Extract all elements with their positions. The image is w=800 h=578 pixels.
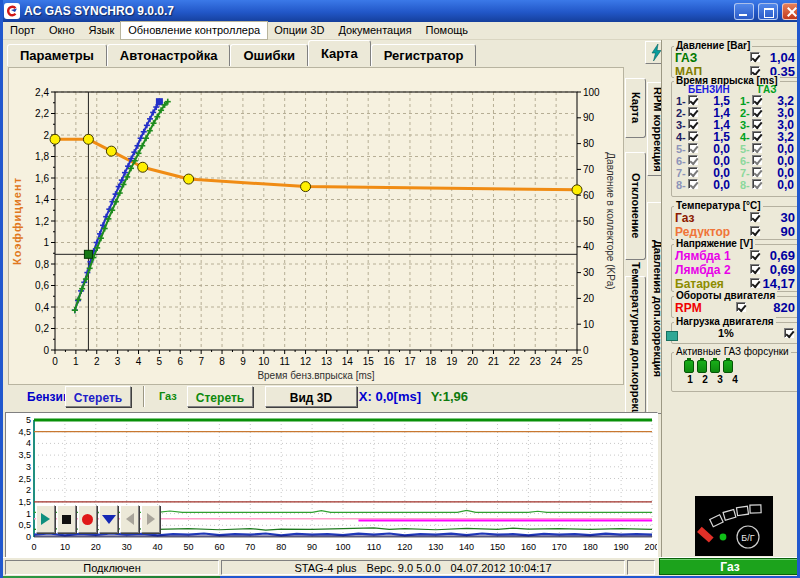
svg-text:110: 110 [367, 542, 381, 552]
play-button[interactable] [36, 505, 55, 533]
down-icon [102, 515, 116, 524]
restore-button[interactable] [758, 3, 778, 20]
svg-text:2: 2 [94, 356, 100, 367]
benzin-row-checkbox[interactable] [688, 95, 698, 105]
map-chart[interactable]: 00,20,40,60,811,21,41,61,822,22,40123456… [8, 67, 624, 385]
svg-text:17: 17 [404, 356, 416, 367]
next-icon [147, 513, 155, 525]
row-checkbox[interactable] [750, 52, 760, 62]
row-checkbox[interactable] [750, 250, 760, 260]
prev-button[interactable] [120, 505, 139, 533]
stop-button[interactable] [57, 505, 76, 533]
gaz-row-checkbox[interactable] [752, 155, 762, 165]
side-tab-Отклонение[interactable]: Отклонение [625, 152, 646, 260]
gaz-row-checkbox[interactable] [752, 167, 762, 177]
row-checkbox[interactable] [750, 212, 760, 222]
tab-Автонастройка[interactable]: Автонастройка [107, 44, 231, 66]
svg-text:150: 150 [490, 542, 505, 552]
svg-text:Давление в коллекторе (KPa): Давление в коллекторе (KPa) [605, 152, 616, 289]
svg-text:6: 6 [177, 356, 183, 367]
row-checkbox[interactable] [736, 302, 746, 312]
menu-bar: ПортОкноЯзыкОбновление контроллераОпции … [3, 22, 797, 40]
divider [143, 386, 145, 407]
svg-text:1: 1 [73, 356, 79, 367]
menu-item-Порт[interactable]: Порт [3, 22, 42, 39]
gaz-row-checkbox[interactable] [752, 119, 762, 129]
row-checkbox[interactable] [750, 264, 760, 274]
menu-item-Опции 3D[interactable]: Опции 3D [267, 22, 331, 39]
svg-text:0,5: 0,5 [18, 520, 31, 530]
gas-injector-icon [723, 360, 733, 373]
svg-text:200: 200 [644, 542, 657, 552]
svg-text:1,4: 1,4 [35, 194, 49, 205]
clear-gaz-button[interactable]: Стереть [187, 386, 253, 407]
benzin-row-number: 4- [676, 131, 686, 143]
temperature-group-title: Температура [°C] [674, 200, 763, 211]
side-tab-Карта[interactable]: Карта [625, 78, 646, 138]
benzin-row-checkbox[interactable] [688, 107, 698, 117]
row-checkbox[interactable] [750, 226, 760, 236]
cursor-readout: X: 0,0[ms] Y:1,96 [359, 389, 468, 404]
record-button[interactable] [78, 505, 97, 533]
menu-item-Окно[interactable]: Окно [42, 22, 82, 39]
gaz-row-checkbox[interactable] [752, 107, 762, 117]
svg-text:15: 15 [363, 356, 375, 367]
svg-text:0: 0 [43, 345, 49, 356]
tab-Регистратор[interactable]: Регистратор [371, 44, 477, 66]
svg-text:12: 12 [300, 356, 312, 367]
gaz-row-number: 1- [740, 95, 750, 107]
benzin-row-checkbox[interactable] [688, 131, 698, 141]
row-checkbox[interactable] [750, 278, 760, 288]
tab-Ошибки[interactable]: Ошибки [230, 44, 307, 66]
fuel-mode-banner[interactable]: Газ [659, 558, 800, 575]
menu-item-Язык[interactable]: Язык [82, 22, 122, 39]
benzin-row-checkbox[interactable] [688, 119, 698, 129]
menu-item-Обновление контроллера[interactable]: Обновление контроллера [121, 22, 267, 39]
gaz-row-checkbox[interactable] [752, 131, 762, 141]
down-button[interactable] [99, 505, 118, 533]
row-value: 1,04 [770, 50, 795, 65]
row-value: 30 [781, 210, 795, 225]
telemetry-row: RPM820 [674, 301, 796, 314]
row-value: 0,69 [770, 262, 795, 277]
close-button[interactable] [782, 3, 800, 20]
gaz-row-number: 7- [740, 167, 750, 179]
svg-text:0: 0 [583, 345, 589, 356]
device-status: STAG-4 plus Верс. 9.0 5.0.0 04.07.2012 1… [221, 560, 625, 575]
svg-text:4: 4 [136, 356, 142, 367]
svg-text:20: 20 [91, 542, 101, 552]
svg-text:0: 0 [31, 542, 36, 552]
minimize-button[interactable] [734, 3, 754, 20]
benzin-row-checkbox[interactable] [688, 179, 698, 189]
svg-text:8: 8 [219, 356, 225, 367]
row-value: 820 [773, 300, 795, 315]
svg-text:20: 20 [583, 293, 595, 304]
benzin-row-checkbox[interactable] [688, 143, 698, 153]
gaz-row-checkbox[interactable] [752, 143, 762, 153]
svg-text:23: 23 [530, 356, 542, 367]
gaz-row-number: 3- [740, 119, 750, 131]
telemetry-panel: Давление [Bar] ГАЗ1,04МАП0,35 Время впры… [661, 40, 800, 557]
benzin-row-checkbox[interactable] [688, 155, 698, 165]
tab-Карта[interactable]: Карта [308, 40, 371, 66]
svg-text:1: 1 [26, 509, 31, 519]
load-checkbox[interactable] [784, 328, 794, 338]
gaz-row-checkbox[interactable] [752, 179, 762, 189]
benzin-row-checkbox[interactable] [688, 167, 698, 177]
next-button[interactable] [141, 505, 160, 533]
recorder-chart[interactable]: 00,511,522,533,544,550102030405060708090… [5, 412, 658, 558]
svg-text:4: 4 [26, 438, 31, 448]
view-3d-button[interactable]: Вид 3D [265, 386, 357, 407]
row-value: 0,69 [770, 248, 795, 263]
tab-Параметры[interactable]: Параметры [7, 44, 107, 66]
svg-text:16: 16 [384, 356, 396, 367]
tab-strip: ПараметрыАвтонастройкаОшибкиКартаРегистр… [7, 40, 657, 66]
telemetry-row: Редуктор90 [674, 225, 796, 238]
gaz-row-checkbox[interactable] [752, 95, 762, 105]
telemetry-row: ГАЗ1,04 [674, 51, 796, 64]
gaz-time-value: 0,0 [768, 178, 794, 192]
svg-text:10: 10 [60, 542, 70, 552]
menu-item-Документация[interactable]: Документация [331, 22, 418, 39]
menu-item-Помощь[interactable]: Помощь [419, 22, 476, 39]
clear-benzin-button[interactable]: Стереть [65, 386, 131, 407]
